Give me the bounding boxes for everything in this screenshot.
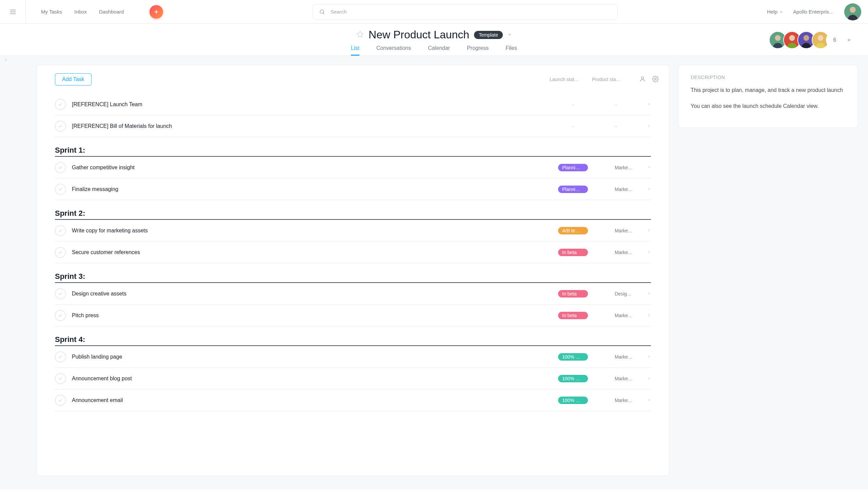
task-row[interactable]: Design creative assetsIn betaDesig… [55, 283, 651, 305]
task-name[interactable]: Write copy for marketing assets [72, 228, 558, 234]
template-badge: Template [474, 31, 503, 39]
add-task-button[interactable]: Add Task [55, 73, 92, 86]
complete-toggle[interactable] [55, 99, 66, 110]
task-name[interactable]: [REFERENCE] Bill of Materials for launch [72, 123, 558, 129]
project-title: New Product Launch [369, 28, 469, 41]
menu-toggle[interactable] [0, 0, 26, 23]
nav-my-tasks[interactable]: My Tasks [41, 9, 62, 15]
stage-cell[interactable]: Marke… [600, 187, 643, 192]
task-name[interactable]: Secure customer references [72, 249, 558, 255]
tab-calendar[interactable]: Calendar [428, 45, 450, 56]
open-task-details[interactable] [643, 187, 651, 192]
svg-point-13 [789, 35, 795, 41]
open-task-details[interactable] [643, 123, 651, 129]
column-header-stage[interactable]: Product sta… [592, 77, 635, 82]
open-task-details[interactable] [643, 228, 651, 233]
quick-add-button[interactable] [149, 5, 163, 19]
task-row[interactable]: Announcement blog post100% …Marke… [55, 368, 651, 390]
tab-list[interactable]: List [351, 45, 359, 56]
favorite-toggle[interactable] [356, 30, 364, 39]
search-field[interactable] [312, 4, 618, 20]
stage-cell[interactable]: – [600, 123, 643, 129]
status-cell[interactable]: A/B te… [558, 227, 600, 234]
stage-cell[interactable]: Marke… [600, 376, 643, 381]
section-header[interactable]: Sprint 1: [55, 141, 651, 157]
stage-cell[interactable]: Marke… [600, 397, 643, 403]
help-menu[interactable]: Help [767, 9, 783, 15]
project-actions-menu[interactable] [508, 32, 512, 38]
stage-cell[interactable]: Marke… [600, 250, 643, 255]
complete-toggle[interactable] [55, 373, 66, 384]
stage-cell[interactable]: Marke… [600, 354, 643, 359]
complete-toggle[interactable] [55, 184, 66, 195]
stage-cell[interactable]: Marke… [600, 228, 643, 233]
status-cell[interactable]: In beta [558, 249, 600, 256]
section-header[interactable]: Sprint 2: [55, 204, 651, 220]
complete-toggle[interactable] [55, 247, 66, 258]
status-cell[interactable]: In beta [558, 290, 600, 298]
complete-toggle[interactable] [55, 121, 66, 132]
task-name[interactable]: Gather competitive insight [72, 165, 558, 171]
complete-toggle[interactable] [55, 310, 66, 321]
status-cell[interactable]: – [558, 123, 600, 129]
status-cell[interactable]: 100% … [558, 353, 600, 361]
complete-toggle[interactable] [55, 352, 66, 362]
open-task-details[interactable] [643, 397, 651, 403]
svg-point-17 [818, 35, 824, 41]
tab-conversations[interactable]: Conversations [376, 45, 411, 56]
task-name[interactable]: Pitch press [72, 312, 558, 318]
assignee-filter-button[interactable] [639, 76, 646, 83]
status-cell[interactable]: – [558, 102, 600, 107]
task-name[interactable]: Design creative assets [72, 291, 558, 297]
task-row[interactable]: Gather competitive insightPlanni…Marke… [55, 157, 651, 179]
status-cell[interactable]: 100% … [558, 396, 600, 404]
tab-files[interactable]: Files [506, 45, 517, 56]
section-header[interactable]: Sprint 3: [55, 267, 651, 283]
column-header-status[interactable]: Launch stat… [550, 77, 592, 82]
open-task-details[interactable] [643, 354, 651, 359]
task-row[interactable]: [REFERENCE] Bill of Materials for launch… [55, 115, 651, 137]
project-tabs: List Conversations Calendar Progress Fil… [0, 45, 868, 56]
task-name[interactable]: [REFERENCE] Launch Team [72, 102, 558, 107]
task-name[interactable]: Announcement email [72, 397, 558, 403]
tab-progress[interactable]: Progress [467, 45, 489, 56]
task-name[interactable]: Announcement blog post [72, 376, 558, 382]
open-task-details[interactable] [643, 102, 651, 107]
task-row[interactable]: Publish landing page100% …Marke… [55, 346, 651, 368]
task-name[interactable]: Publish landing page [72, 354, 558, 360]
task-name[interactable]: Finalize messaging [72, 186, 558, 192]
status-cell[interactable]: Planni… [558, 164, 600, 171]
complete-toggle[interactable] [55, 288, 66, 299]
profile-avatar[interactable] [844, 3, 861, 21]
description-body[interactable]: This project is to plan, manage, and tra… [691, 86, 845, 110]
task-row[interactable]: Pitch pressIn betaMarke… [55, 305, 651, 326]
stage-cell[interactable]: Marke… [600, 313, 643, 318]
org-switcher[interactable]: Apollo Enterpris… [793, 9, 834, 15]
nav-inbox[interactable]: Inbox [74, 9, 87, 15]
complete-toggle[interactable] [55, 395, 66, 406]
stage-cell[interactable]: Marke… [600, 165, 643, 170]
open-task-details[interactable] [643, 291, 651, 297]
status-cell[interactable]: Planni… [558, 186, 600, 193]
search-input[interactable] [330, 9, 611, 15]
complete-toggle[interactable] [55, 162, 66, 173]
open-task-details[interactable] [643, 165, 651, 170]
task-row[interactable]: Write copy for marketing assetsA/B te…Ma… [55, 220, 651, 241]
task-row[interactable]: [REFERENCE] Launch Team–– [55, 94, 651, 115]
stage-cell[interactable]: – [600, 102, 643, 107]
view-settings-button[interactable] [652, 76, 659, 83]
open-task-details[interactable] [643, 376, 651, 381]
status-cell[interactable]: In beta [558, 312, 600, 319]
task-row[interactable]: Secure customer referencesIn betaMarke… [55, 241, 651, 263]
stage-cell[interactable]: Desig… [600, 291, 643, 297]
open-task-details[interactable] [643, 250, 651, 255]
task-row[interactable]: Announcement email100% …Marke… [55, 390, 651, 411]
open-task-details[interactable] [643, 313, 651, 318]
add-member-button[interactable] [840, 31, 858, 49]
nav-dashboard[interactable]: Dashboard [99, 9, 124, 15]
complete-toggle[interactable] [55, 225, 66, 236]
task-row[interactable]: Finalize messagingPlanni…Marke… [55, 179, 651, 200]
status-cell[interactable]: 100% … [558, 375, 600, 382]
section-header[interactable]: Sprint 4: [55, 330, 651, 346]
sidebar-expand-handle[interactable] [3, 57, 8, 63]
